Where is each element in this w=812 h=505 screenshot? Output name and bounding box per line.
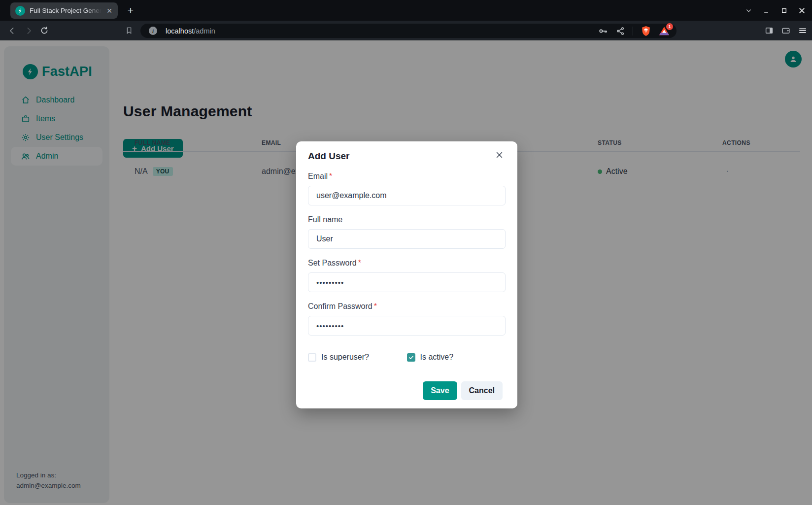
cancel-button[interactable]: Cancel (461, 381, 503, 400)
password-key-icon[interactable] (598, 26, 608, 36)
back-button[interactable] (5, 24, 19, 37)
reload-button[interactable] (37, 24, 51, 37)
bookmark-icon[interactable] (122, 24, 136, 37)
titlebar: Full Stack Project Genera ✕ + (0, 0, 812, 21)
tab-close-icon[interactable]: ✕ (105, 7, 114, 15)
brave-shield-icon[interactable] (641, 26, 651, 36)
checkbox-row: Is superuser? Is active? (308, 353, 506, 362)
share-icon[interactable] (616, 27, 625, 35)
url-path: /admin (194, 27, 215, 35)
url-host: localhost (166, 27, 194, 35)
confirm-password-field[interactable] (308, 316, 506, 336)
email-label: Email* (308, 172, 332, 181)
modal-title: Add User (308, 151, 349, 162)
full-name-label: Full name (308, 215, 342, 224)
url-text: localhost/admin (166, 27, 215, 35)
maximize-button[interactable] (778, 5, 789, 16)
forward-button[interactable] (22, 24, 35, 37)
wallet-icon[interactable] (781, 26, 790, 35)
checkbox-unchecked-icon (308, 353, 316, 362)
browser-tab[interactable]: Full Stack Project Genera ✕ (10, 2, 118, 19)
minimize-button[interactable] (761, 5, 772, 16)
confirm-password-label: Confirm Password* (308, 302, 377, 311)
checkbox-checked-icon (407, 353, 415, 362)
is-active-checkbox[interactable]: Is active? (407, 353, 506, 362)
required-marker: * (358, 259, 361, 267)
modal-close-icon[interactable] (493, 148, 506, 161)
required-marker: * (329, 172, 332, 180)
new-tab-button[interactable]: + (124, 4, 137, 17)
set-password-field[interactable] (308, 272, 506, 292)
rewards-badge: 1 (666, 23, 673, 30)
is-active-label: Is active? (420, 353, 454, 362)
set-password-label: Set Password* (308, 259, 361, 268)
window-close-button[interactable] (796, 5, 807, 16)
fastapi-favicon-icon (15, 6, 25, 16)
tab-title: Full Stack Project Genera (30, 7, 103, 14)
side-panel-icon[interactable] (765, 26, 774, 35)
browser-toolbar: i localhost/admin 1 (0, 21, 812, 40)
url-bar[interactable]: i localhost/admin 1 (140, 24, 677, 38)
tab-search-chevron-icon[interactable] (743, 5, 754, 16)
required-marker: * (374, 302, 377, 310)
browser-window: Full Stack Project Genera ✕ + (0, 0, 812, 505)
modal-footer: Save Cancel (423, 381, 503, 400)
site-info-icon[interactable]: i (149, 27, 157, 35)
email-field[interactable] (308, 186, 506, 205)
add-user-modal: Add User Email* Full name Set Password* … (296, 141, 517, 408)
brave-rewards-icon[interactable]: 1 (659, 26, 670, 36)
is-superuser-label: Is superuser? (321, 353, 369, 362)
save-button[interactable]: Save (423, 381, 457, 400)
is-superuser-checkbox[interactable]: Is superuser? (308, 353, 407, 362)
full-name-field[interactable] (308, 229, 506, 249)
toolbar-divider (633, 27, 633, 35)
menu-hamburger-icon[interactable] (798, 26, 807, 35)
